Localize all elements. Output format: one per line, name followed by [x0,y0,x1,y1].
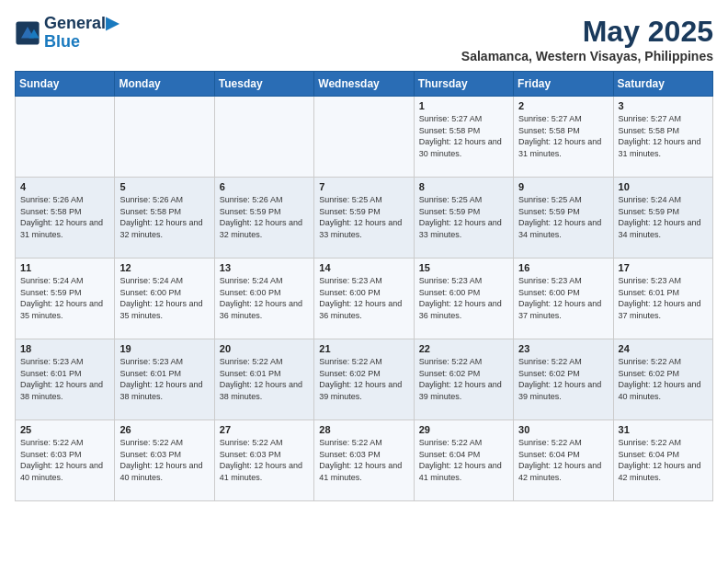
month-title: May 2025 [461,15,713,49]
calendar-cell: 19 Sunrise: 5:23 AM Sunset: 6:01 PM Dayl… [115,339,214,420]
day-detail: Sunrise: 5:22 AM Sunset: 6:03 PM Dayligh… [119,437,209,483]
day-detail: Sunrise: 5:24 AM Sunset: 6:00 PM Dayligh… [119,275,209,321]
day-detail: Sunrise: 5:22 AM Sunset: 6:03 PM Dayligh… [220,437,309,483]
day-detail: Sunrise: 5:22 AM Sunset: 6:02 PM Dayligh… [319,356,408,402]
day-number: 15 [419,262,508,273]
day-number: 10 [619,181,708,192]
day-detail: Sunrise: 5:23 AM Sunset: 6:01 PM Dayligh… [119,356,209,402]
day-number: 22 [419,343,508,354]
day-number: 30 [518,424,608,435]
day-number: 28 [319,424,408,435]
day-detail: Sunrise: 5:27 AM Sunset: 5:58 PM Dayligh… [419,113,508,159]
calendar-cell: 4 Sunrise: 5:26 AM Sunset: 5:58 PM Dayli… [16,178,115,259]
weekday-header-saturday: Saturday [613,72,712,97]
day-detail: Sunrise: 5:26 AM Sunset: 5:59 PM Dayligh… [220,194,309,240]
logo-text: General▶ Blue [44,15,119,52]
day-number: 4 [20,181,109,192]
day-detail: Sunrise: 5:26 AM Sunset: 5:58 PM Dayligh… [20,194,109,240]
day-detail: Sunrise: 5:22 AM Sunset: 6:03 PM Dayligh… [319,437,408,483]
calendar-cell: 14 Sunrise: 5:23 AM Sunset: 6:00 PM Dayl… [314,259,414,339]
calendar-cell: 7 Sunrise: 5:25 AM Sunset: 5:59 PM Dayli… [314,178,414,259]
calendar-table: SundayMondayTuesdayWednesdayThursdayFrid… [15,71,713,501]
title-block: May 2025 Salamanca, Western Visayas, Phi… [461,15,713,63]
calendar-cell: 17 Sunrise: 5:23 AM Sunset: 6:01 PM Dayl… [613,259,712,339]
calendar-cell: 2 Sunrise: 5:27 AM Sunset: 5:58 PM Dayli… [514,97,613,178]
logo: General▶ Blue [15,15,119,52]
day-detail: Sunrise: 5:23 AM Sunset: 6:00 PM Dayligh… [319,275,408,321]
calendar-cell: 30 Sunrise: 5:22 AM Sunset: 6:04 PM Dayl… [514,420,613,501]
calendar-cell: 29 Sunrise: 5:22 AM Sunset: 6:04 PM Dayl… [414,420,513,501]
calendar-cell [115,97,214,178]
day-number: 8 [419,181,508,192]
day-detail: Sunrise: 5:23 AM Sunset: 6:00 PM Dayligh… [419,275,508,321]
calendar-cell [314,97,414,178]
day-number: 2 [518,100,608,111]
day-detail: Sunrise: 5:27 AM Sunset: 5:58 PM Dayligh… [619,113,708,159]
day-detail: Sunrise: 5:22 AM Sunset: 6:01 PM Dayligh… [220,356,309,402]
calendar-cell: 8 Sunrise: 5:25 AM Sunset: 5:59 PM Dayli… [414,178,513,259]
calendar-cell: 24 Sunrise: 5:22 AM Sunset: 6:02 PM Dayl… [613,339,712,420]
calendar-cell: 27 Sunrise: 5:22 AM Sunset: 6:03 PM Dayl… [214,420,313,501]
day-detail: Sunrise: 5:22 AM Sunset: 6:04 PM Dayligh… [619,437,708,483]
day-number: 11 [20,262,109,273]
day-detail: Sunrise: 5:25 AM Sunset: 5:59 PM Dayligh… [319,194,408,240]
calendar-cell: 25 Sunrise: 5:22 AM Sunset: 6:03 PM Dayl… [16,420,115,501]
day-detail: Sunrise: 5:22 AM Sunset: 6:04 PM Dayligh… [518,437,608,483]
calendar-cell [16,97,115,178]
day-detail: Sunrise: 5:25 AM Sunset: 5:59 PM Dayligh… [518,194,608,240]
weekday-header-sunday: Sunday [16,72,115,97]
calendar-cell: 11 Sunrise: 5:24 AM Sunset: 5:59 PM Dayl… [16,259,115,339]
day-number: 3 [619,100,708,111]
location: Salamanca, Western Visayas, Philippines [461,49,713,63]
calendar-cell: 18 Sunrise: 5:23 AM Sunset: 6:01 PM Dayl… [16,339,115,420]
day-number: 20 [220,343,309,354]
weekday-header-wednesday: Wednesday [314,72,414,97]
calendar-cell: 23 Sunrise: 5:22 AM Sunset: 6:02 PM Dayl… [514,339,613,420]
calendar-cell: 15 Sunrise: 5:23 AM Sunset: 6:00 PM Dayl… [414,259,513,339]
day-number: 6 [220,181,309,192]
day-detail: Sunrise: 5:22 AM Sunset: 6:03 PM Dayligh… [20,437,109,483]
day-detail: Sunrise: 5:24 AM Sunset: 5:59 PM Dayligh… [20,275,109,321]
calendar-cell: 1 Sunrise: 5:27 AM Sunset: 5:58 PM Dayli… [414,97,513,178]
day-number: 23 [518,343,608,354]
calendar-cell: 5 Sunrise: 5:26 AM Sunset: 5:58 PM Dayli… [115,178,214,259]
calendar-cell [214,97,313,178]
weekday-header-thursday: Thursday [414,72,513,97]
day-number: 1 [419,100,508,111]
day-detail: Sunrise: 5:24 AM Sunset: 6:00 PM Dayligh… [220,275,309,321]
day-detail: Sunrise: 5:23 AM Sunset: 6:01 PM Dayligh… [20,356,109,402]
day-number: 31 [619,424,708,435]
day-number: 13 [220,262,309,273]
day-number: 12 [119,262,209,273]
calendar-cell: 16 Sunrise: 5:23 AM Sunset: 6:00 PM Dayl… [514,259,613,339]
day-detail: Sunrise: 5:22 AM Sunset: 6:02 PM Dayligh… [619,356,708,402]
day-number: 19 [119,343,209,354]
calendar-cell: 10 Sunrise: 5:24 AM Sunset: 5:59 PM Dayl… [613,178,712,259]
calendar-cell: 28 Sunrise: 5:22 AM Sunset: 6:03 PM Dayl… [314,420,414,501]
calendar-cell: 6 Sunrise: 5:26 AM Sunset: 5:59 PM Dayli… [214,178,313,259]
calendar-cell: 13 Sunrise: 5:24 AM Sunset: 6:00 PM Dayl… [214,259,313,339]
day-detail: Sunrise: 5:22 AM Sunset: 6:02 PM Dayligh… [419,356,508,402]
page-header: General▶ Blue May 2025 Salamanca, Wester… [15,15,713,63]
day-detail: Sunrise: 5:24 AM Sunset: 5:59 PM Dayligh… [619,194,708,240]
calendar-cell: 22 Sunrise: 5:22 AM Sunset: 6:02 PM Dayl… [414,339,513,420]
day-number: 17 [619,262,708,273]
calendar-cell: 31 Sunrise: 5:22 AM Sunset: 6:04 PM Dayl… [613,420,712,501]
day-detail: Sunrise: 5:22 AM Sunset: 6:02 PM Dayligh… [518,356,608,402]
day-number: 5 [119,181,209,192]
day-number: 25 [20,424,109,435]
day-number: 14 [319,262,408,273]
day-detail: Sunrise: 5:23 AM Sunset: 6:00 PM Dayligh… [518,275,608,321]
calendar-cell: 9 Sunrise: 5:25 AM Sunset: 5:59 PM Dayli… [514,178,613,259]
weekday-header-friday: Friday [514,72,613,97]
weekday-header-tuesday: Tuesday [214,72,313,97]
day-detail: Sunrise: 5:22 AM Sunset: 6:04 PM Dayligh… [419,437,508,483]
day-number: 7 [319,181,408,192]
calendar-cell: 26 Sunrise: 5:22 AM Sunset: 6:03 PM Dayl… [115,420,214,501]
day-number: 26 [119,424,209,435]
weekday-header-monday: Monday [115,72,214,97]
day-detail: Sunrise: 5:26 AM Sunset: 5:58 PM Dayligh… [119,194,209,240]
day-number: 16 [518,262,608,273]
calendar-cell: 20 Sunrise: 5:22 AM Sunset: 6:01 PM Dayl… [214,339,313,420]
day-detail: Sunrise: 5:25 AM Sunset: 5:59 PM Dayligh… [419,194,508,240]
